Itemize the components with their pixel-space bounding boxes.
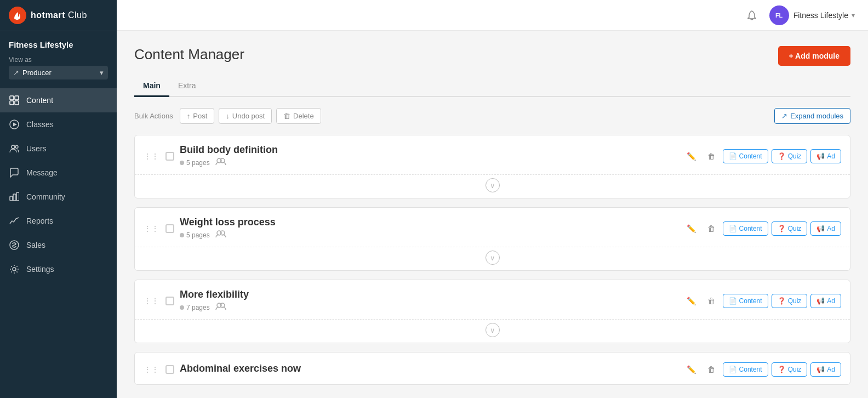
- edit-button-2[interactable]: ✏️: [683, 293, 700, 309]
- module-card-1: ⋮⋮ Weight loss process 5 pages: [134, 207, 850, 271]
- drag-handle-3[interactable]: ⋮⋮: [144, 365, 159, 374]
- drag-handle-1[interactable]: ⋮⋮: [144, 224, 159, 233]
- edit-button-0[interactable]: ✏️: [683, 148, 700, 164]
- message-icon: [9, 167, 20, 178]
- quiz-tag-btn-2[interactable]: ❓ Quiz: [772, 294, 808, 308]
- module-header-2: ⋮⋮ More flexibility 7 pages: [135, 280, 850, 319]
- sidebar-item-community[interactable]: Community: [0, 185, 117, 209]
- content-icon: [9, 95, 20, 106]
- external-icon: ↗: [13, 69, 19, 77]
- producer-label: Producer: [22, 69, 52, 77]
- trash-button-3[interactable]: 🗑: [703, 361, 719, 378]
- module-card-2: ⋮⋮ More flexibility 7 pages: [134, 280, 850, 343]
- module-info-2: More flexibility 7 pages: [180, 289, 678, 312]
- module-title-0: Build body definition: [180, 144, 678, 156]
- page-title: Content Manager: [134, 46, 244, 63]
- content-tag-btn-3[interactable]: 📄 Content: [723, 362, 768, 377]
- module-actions-2: ✏️ 🗑 📄 Content ❓ Quiz 📢 Ad: [683, 293, 841, 309]
- edit-button-3[interactable]: ✏️: [683, 361, 700, 378]
- trash-button-0[interactable]: 🗑: [703, 148, 719, 164]
- quiz-tag-btn-3[interactable]: ❓ Quiz: [772, 362, 808, 377]
- group-icon-2: [215, 303, 226, 312]
- page-header: Content Manager + Add module: [134, 46, 850, 66]
- expand-icon: ↗: [781, 112, 787, 120]
- drag-handle-0[interactable]: ⋮⋮: [144, 152, 159, 161]
- sidebar-item-classes[interactable]: Classes: [0, 112, 117, 137]
- content-tag-btn-0[interactable]: 📄 Content: [723, 149, 768, 163]
- module-info-0: Build body definition 5 pages: [180, 144, 678, 168]
- module-checkbox-0[interactable]: [165, 152, 174, 161]
- module-title-1: Weight loss process: [180, 217, 678, 228]
- module-header-3: ⋮⋮ Abdominal exercises now ✏️ 🗑 📄 Conten…: [135, 352, 850, 384]
- notification-bell[interactable]: [743, 7, 761, 24]
- delete-icon: 🗑: [283, 112, 290, 120]
- svg-rect-4: [15, 101, 19, 105]
- edit-button-1[interactable]: ✏️: [683, 220, 700, 237]
- sales-icon: [9, 240, 20, 251]
- module-header-1: ⋮⋮ Weight loss process 5 pages: [135, 208, 850, 247]
- bulk-actions-bar: Bulk Actions ↑ Post ↓ Undo post 🗑 Delete…: [134, 108, 850, 124]
- ad-tag-btn-0[interactable]: 📢 Ad: [810, 149, 841, 163]
- module-checkbox-2[interactable]: [165, 297, 174, 305]
- logo-text: hotmart Club: [31, 10, 87, 20]
- producer-select[interactable]: ↗ Producer ▾: [9, 66, 108, 79]
- quiz-tag-btn-1[interactable]: ❓ Quiz: [772, 221, 808, 236]
- bulk-actions-label: Bulk Actions: [134, 112, 173, 120]
- user-menu-chevron[interactable]: ▾: [852, 12, 855, 19]
- community-icon: [9, 191, 20, 202]
- expand-chevron-1: ∨: [486, 251, 500, 265]
- content-area: Content Manager + Add module Main Extra …: [117, 31, 868, 398]
- sidebar-item-users[interactable]: Users: [0, 137, 117, 161]
- module-checkbox-1[interactable]: [165, 224, 174, 233]
- svg-point-8: [15, 146, 18, 149]
- module-pages-0: 5 pages: [180, 159, 210, 167]
- tab-extra[interactable]: Extra: [169, 77, 205, 97]
- content-tag-btn-1[interactable]: 📄 Content: [723, 221, 768, 236]
- delete-button[interactable]: 🗑 Delete: [276, 108, 321, 124]
- expand-modules-button[interactable]: ↗ Expand modules: [774, 108, 850, 124]
- reports-icon: [9, 215, 20, 226]
- undo-post-button[interactable]: ↓ Undo post: [219, 108, 272, 124]
- sidebar-item-message[interactable]: Message: [0, 161, 117, 185]
- avatar: FL: [769, 5, 789, 25]
- quiz-tag-btn-0[interactable]: ❓ Quiz: [772, 149, 808, 163]
- sidebar-item-reports[interactable]: Reports: [0, 209, 117, 233]
- drag-handle-2[interactable]: ⋮⋮: [144, 297, 159, 305]
- quiz-tag-icon-0: ❓: [778, 152, 786, 160]
- tabs: Main Extra: [134, 77, 850, 97]
- sidebar-item-sales[interactable]: Sales: [0, 233, 117, 257]
- classes-icon: [9, 119, 20, 130]
- ad-tag-btn-2[interactable]: 📢 Ad: [810, 294, 841, 308]
- sidebar-item-settings[interactable]: Settings: [0, 257, 117, 281]
- sidebar-item-content[interactable]: Content: [0, 88, 117, 112]
- module-checkbox-3[interactable]: [165, 365, 174, 374]
- status-dot-0: [180, 161, 184, 165]
- status-dot-2: [180, 305, 184, 310]
- trash-button-2[interactable]: 🗑: [703, 293, 719, 309]
- hotmart-logo-icon: [9, 7, 26, 24]
- ad-tag-btn-3[interactable]: 📢 Ad: [810, 362, 841, 377]
- module-actions-1: ✏️ 🗑 📄 Content ❓ Quiz 📢 Ad: [683, 220, 841, 237]
- add-module-button[interactable]: + Add module: [778, 46, 850, 66]
- tab-main[interactable]: Main: [134, 77, 169, 97]
- post-button[interactable]: ↑ Post: [180, 108, 215, 124]
- sidebar-item-message-label: Message: [26, 168, 58, 177]
- module-pages-2: 7 pages: [180, 304, 210, 311]
- quiz-tag-icon-2: ❓: [778, 297, 786, 305]
- content-tag-icon-0: 📄: [729, 152, 737, 160]
- module-expand-1[interactable]: ∨: [135, 247, 850, 270]
- svg-rect-3: [10, 101, 14, 105]
- trash-button-1[interactable]: 🗑: [703, 220, 719, 237]
- expand-chevron-2: ∨: [486, 323, 500, 337]
- ad-tag-btn-1[interactable]: 📢 Ad: [810, 221, 841, 236]
- module-expand-2[interactable]: ∨: [135, 319, 850, 343]
- content-tag-btn-2[interactable]: 📄 Content: [723, 294, 768, 308]
- module-expand-0[interactable]: ∨: [135, 174, 850, 198]
- users-icon: [9, 143, 20, 154]
- module-actions-3: ✏️ 🗑 📄 Content ❓ Quiz 📢 Ad: [683, 361, 841, 378]
- group-icon-0: [215, 158, 226, 168]
- quiz-tag-icon-3: ❓: [778, 366, 786, 373]
- post-icon: ↑: [187, 112, 191, 120]
- module-pages-1: 5 pages: [180, 231, 210, 239]
- main-area: FL Fitness Lifestyle ▾ Content Manager +…: [117, 0, 868, 398]
